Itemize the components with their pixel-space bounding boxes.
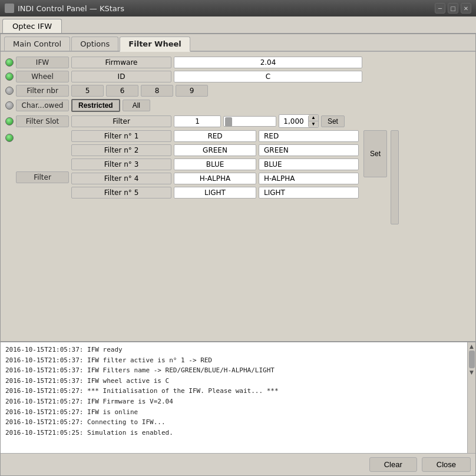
filter-2-name: Filter n° 2	[71, 144, 171, 156]
filter-nbr-indicator	[5, 87, 14, 95]
log-scroll-up[interactable]: ▲	[470, 343, 474, 349]
filter-rows: Filter n° 1 RED RED Filter n° 2 GREEN GR…	[71, 130, 359, 199]
filter-label: Filter	[16, 171, 69, 183]
filter-slot-slider-area[interactable]	[223, 116, 276, 127]
wheel-indicator	[5, 72, 14, 81]
filter-3-name: Filter n° 3	[71, 158, 171, 170]
ifw-value-box: 2.04	[174, 57, 362, 68]
filter-1-edit[interactable]: RED	[259, 130, 359, 142]
filter-4-edit[interactable]: H-ALPHA	[259, 173, 359, 184]
charowed-label: Char...owed	[16, 100, 69, 111]
title-bar: INDI Control Panel — KStars ─ □ ✕	[0, 0, 476, 16]
filter-nbr-9[interactable]: 9	[176, 85, 208, 97]
log-line: 2016-10-15T21:05:27: IFW Firmware is V=2…	[5, 396, 462, 407]
filter-5-value: LIGHT	[174, 187, 256, 199]
filter-row-4: Filter n° 4 H-ALPHA H-ALPHA	[71, 173, 359, 184]
filter-row-3: Filter n° 3 BLUE BLUE	[71, 158, 359, 170]
wheel-label: Wheel	[16, 71, 69, 82]
filter-nbr-label: Filter nbr	[16, 85, 69, 97]
log-scroll-thumb	[469, 351, 475, 368]
filter-3-value: BLUE	[174, 158, 256, 170]
restricted-button[interactable]: Restricted	[71, 99, 120, 112]
spinbox-buttons[interactable]: ▲ ▼	[309, 115, 318, 127]
log-line: 2016-10-15T21:05:27: *** Initialisation …	[5, 386, 462, 396]
log-line: 2016-10-15T21:05:37: IFW wheel active is…	[5, 376, 462, 386]
charowed-indicator	[5, 101, 14, 110]
all-button[interactable]: All	[123, 100, 150, 111]
filter-4-value: H-ALPHA	[174, 173, 256, 184]
log-line: 2016-10-15T21:05:37: IFW ready	[5, 345, 462, 355]
filter-row-2: Filter n° 2 GREEN GREEN	[71, 144, 359, 156]
device-tab-strip: Optec IFW	[0, 16, 476, 34]
log-line: 2016-10-15T21:05:27: Connecting to IFW..…	[5, 417, 462, 428]
clear-button[interactable]: Clear	[369, 457, 417, 472]
window-controls[interactable]: ─ □ ✕	[435, 3, 471, 14]
filter-slot-value-box: 1	[174, 115, 221, 127]
log-scroll-down[interactable]: ▼	[470, 369, 474, 375]
charowed-row: Char...owed Restricted All	[5, 99, 471, 112]
filter-nbr-5[interactable]: 5	[71, 85, 104, 97]
filter-slot-row: Filter Slot Filter 1 1,000 ▲ ▼	[5, 114, 471, 128]
log-line: 2016-10-15T21:05:25: Simulation is enabl…	[5, 428, 462, 438]
wheel-value-box: C	[174, 71, 362, 82]
ifw-indicator	[5, 58, 14, 67]
spinbox-up[interactable]: ▲	[309, 115, 318, 121]
tab-options[interactable]: Options	[71, 37, 118, 51]
inner-tab-strip: Main Control Options Filter Wheel	[1, 34, 475, 52]
filter-4-name: Filter n° 4	[71, 173, 171, 184]
panel-body: IFW Firmware 2.04 Wheel ID C Filter nbr …	[1, 52, 475, 475]
filter-nbr-row: Filter nbr 5 6 8 9	[5, 85, 471, 97]
filter-2-edit[interactable]: GREEN	[259, 144, 359, 156]
filter-row-5: Filter n° 5 LIGHT LIGHT	[71, 187, 359, 199]
spinbox-down[interactable]: ▼	[309, 121, 318, 127]
filter-5-name: Filter n° 5	[71, 187, 171, 199]
filter-indicator	[5, 134, 14, 142]
bottom-bar: Clear Close	[1, 453, 475, 475]
filter-scrollbar[interactable]	[391, 130, 399, 224]
ifw-row: IFW Firmware 2.04	[5, 57, 471, 68]
log-line: 2016-10-15T21:05:27: IFW is online	[5, 407, 462, 418]
ifw-name-box: Firmware	[71, 57, 171, 68]
wheel-name-box: ID	[71, 71, 171, 82]
filter-slot-label: Filter Slot	[16, 115, 69, 127]
filter-nbr-8[interactable]: 8	[141, 85, 173, 97]
filter-slot-slider[interactable]	[223, 116, 276, 127]
filter-slot-spinbox[interactable]: 1,000 ▲ ▼	[279, 114, 319, 128]
spinbox-value: 1,000	[279, 116, 309, 127]
main-window: Optec IFW Main Control Options Filter Wh…	[0, 16, 476, 476]
properties-area: IFW Firmware 2.04 Wheel ID C Filter nbr …	[1, 52, 475, 341]
device-tab-optec[interactable]: Optec IFW	[2, 19, 62, 33]
filter-slot-name-box: Filter	[71, 115, 171, 127]
slider-thumb	[225, 117, 232, 127]
log-line: 2016-10-15T21:05:37: IFW Filters name ->…	[5, 365, 462, 376]
log-wrap: 2016-10-15T21:05:37: IFW ready2016-10-15…	[1, 341, 475, 453]
log-text: 2016-10-15T21:05:37: IFW ready2016-10-15…	[1, 342, 467, 453]
filter-section: Filter Filter n° 1 RED RED Filter n° 2 G…	[5, 130, 471, 224]
minimize-button[interactable]: ─	[435, 3, 445, 14]
filter-set-button[interactable]: Set	[363, 130, 387, 177]
filter-3-edit[interactable]: BLUE	[259, 158, 359, 170]
filter-row-1: Filter n° 1 RED RED	[71, 130, 359, 142]
content-area: Main Control Options Filter Wheel IFW Fi…	[0, 34, 476, 476]
filter-slot-indicator	[5, 117, 14, 125]
wheel-row: Wheel ID C	[5, 71, 471, 82]
maximize-button[interactable]: □	[448, 3, 458, 14]
filter-nbr-6[interactable]: 6	[106, 85, 138, 97]
filter-1-value: RED	[174, 130, 256, 142]
filter-5-edit[interactable]: LIGHT	[259, 187, 359, 199]
log-line: 2016-10-15T21:05:37: IFW filter active i…	[5, 355, 462, 366]
close-button[interactable]: ✕	[461, 3, 471, 14]
filter-1-name: Filter n° 1	[71, 130, 171, 142]
tab-filter-wheel[interactable]: Filter Wheel	[120, 37, 190, 52]
filter-2-value: GREEN	[174, 144, 256, 156]
ifw-label: IFW	[16, 57, 69, 68]
filter-slot-set-button[interactable]: Set	[321, 115, 345, 127]
tab-main-control[interactable]: Main Control	[4, 37, 70, 51]
close-button-bottom[interactable]: Close	[422, 457, 471, 472]
app-icon	[5, 4, 14, 13]
window-title: INDI Control Panel — KStars	[18, 4, 124, 13]
